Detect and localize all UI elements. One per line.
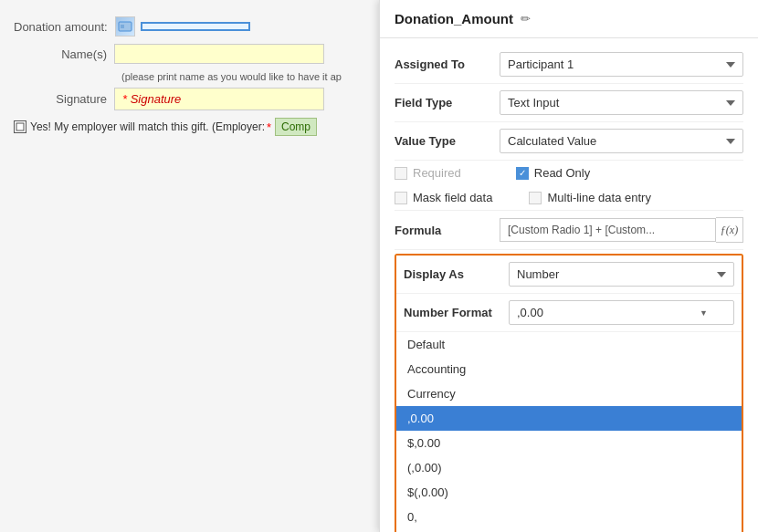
option-currency[interactable]: Currency: [396, 381, 742, 406]
option-comma-0-00[interactable]: ,0.00: [396, 406, 742, 431]
value-type-select[interactable]: Calculated Value: [500, 129, 743, 153]
number-format-dropdown-list: Default Accounting Currency ,0.00 $,0.00…: [396, 332, 742, 532]
multiline-checkbox[interactable]: [529, 192, 542, 204]
formula-input[interactable]: [500, 218, 716, 242]
option-dollar-paren-0-00[interactable]: $(,0.00): [396, 480, 742, 505]
option-default[interactable]: Default: [396, 332, 742, 357]
value-type-row: Value Type Calculated Value: [395, 122, 743, 161]
number-format-value: ,0.00: [517, 306, 543, 319]
employer-text: Yes! My employer will match this gift. (…: [30, 120, 265, 133]
field-type-control[interactable]: Text Input: [500, 90, 743, 115]
mask-checkbox-item[interactable]: Mask field data: [395, 191, 492, 204]
option-accounting[interactable]: Accounting: [396, 357, 742, 381]
donation-field[interactable]: [115, 16, 250, 37]
value-type-control[interactable]: Calculated Value: [500, 129, 743, 153]
dropdown-section: Display As Number Number Format ,0.00 ▼: [395, 254, 743, 532]
form-area: Donation amount: Name(s) (please print n…: [0, 0, 379, 532]
option-dollar-0-00[interactable]: $,0.00: [396, 431, 742, 455]
names-input[interactable]: [114, 44, 324, 64]
display-as-row: Display As Number: [396, 256, 742, 294]
assigned-to-control[interactable]: Participant 1: [500, 52, 743, 77]
mask-checkbox[interactable]: [395, 192, 407, 204]
number-format-chevron: ▼: [700, 308, 708, 318]
readonly-checkbox-item[interactable]: ✓ Read Only: [516, 166, 590, 180]
employer-comp[interactable]: Comp: [275, 118, 317, 136]
fx-button[interactable]: ƒ(x): [716, 217, 743, 243]
required-readonly-row: Required ✓ Read Only: [395, 161, 743, 185]
employer-checkbox[interactable]: [14, 120, 26, 133]
panel-title: Donation_Amount: [395, 11, 513, 26]
panel-header: Donation_Amount ✏: [380, 0, 758, 38]
assigned-to-label: Assigned To: [395, 57, 500, 71]
number-format-control[interactable]: ,0.00 ▼: [509, 300, 734, 325]
field-type-select[interactable]: Text Input: [500, 90, 743, 115]
svg-rect-2: [16, 123, 24, 130]
number-format-row: Number Format ,0.00 ▼: [396, 294, 742, 332]
readonly-label: Read Only: [534, 166, 590, 180]
display-as-control[interactable]: Number: [509, 262, 734, 287]
donation-input[interactable]: [141, 22, 250, 31]
signature-label: Signature: [14, 92, 114, 106]
field-type-label: Field Type: [395, 96, 500, 110]
mask-multiline-row: Mask field data Multi-line data entry: [395, 185, 743, 211]
option-paren-0-00[interactable]: (,0.00): [396, 455, 742, 480]
multiline-label: Multi-line data entry: [547, 191, 650, 204]
assigned-to-row: Assigned To Participant 1: [395, 46, 743, 84]
names-label: Name(s): [14, 47, 114, 61]
formula-row: Formula ƒ(x): [395, 211, 743, 250]
required-label: Required: [413, 166, 461, 180]
number-format-label: Number Format: [404, 306, 509, 319]
required-checkbox[interactable]: [395, 167, 407, 180]
display-as-select[interactable]: Number: [509, 262, 734, 287]
required-checkbox-item[interactable]: Required: [395, 166, 461, 180]
assigned-to-select[interactable]: Participant 1: [500, 52, 743, 77]
right-panel: Donation_Amount ✏ Assigned To Participan…: [379, 0, 758, 532]
signature-field[interactable]: * Signature: [114, 88, 324, 110]
formula-label: Formula: [395, 224, 500, 237]
mask-label: Mask field data: [413, 191, 492, 204]
readonly-checkbox[interactable]: ✓: [516, 167, 529, 180]
value-type-label: Value Type: [395, 134, 500, 148]
field-type-row: Field Type Text Input: [395, 84, 743, 122]
multiline-checkbox-item[interactable]: Multi-line data entry: [529, 191, 650, 204]
donation-label: Donation amount:: [14, 20, 115, 34]
donation-icon: [115, 16, 135, 37]
option-0-comma[interactable]: 0,: [396, 505, 742, 529]
display-as-label: Display As: [404, 267, 509, 281]
panel-body: Assigned To Participant 1 Field Type Tex…: [380, 38, 758, 532]
svg-rect-1: [121, 25, 124, 28]
names-hint: (please print name as you would like to …: [121, 71, 365, 82]
edit-icon[interactable]: ✏: [521, 12, 531, 26]
